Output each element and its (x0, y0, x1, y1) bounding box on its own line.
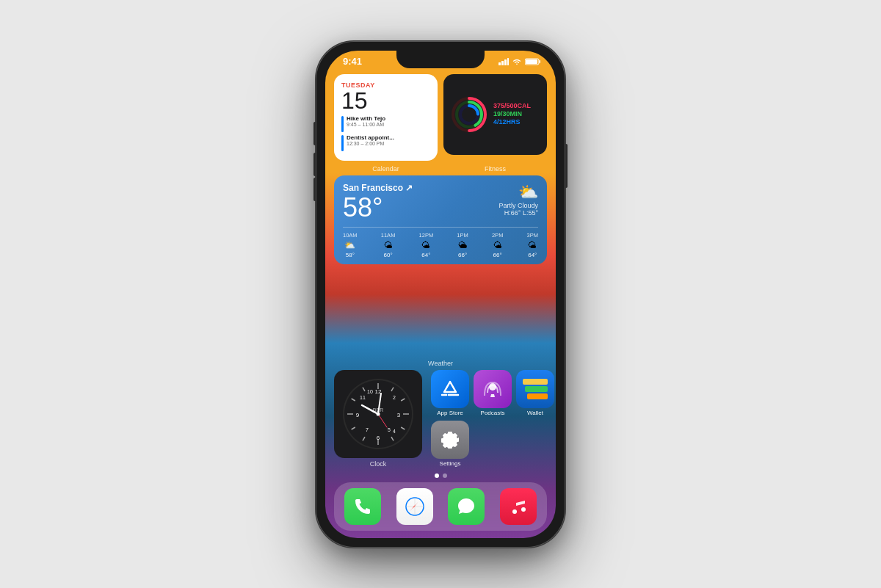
weather-temp: 58° (343, 195, 383, 221)
hour-4-time: 2PM (492, 232, 503, 239)
hour-3-temp: 66° (458, 252, 467, 258)
clock-face: 12 3 6 9 2 5 7 11 10 4 BER (341, 377, 415, 451)
fitness-stats: 375/500CAL 19/30MIN 4/12HRS (493, 102, 540, 126)
dock-icon-music-wrapper (500, 488, 537, 525)
hour-5-temp: 64° (528, 252, 537, 258)
phone-outer: 9:41 (316, 41, 565, 548)
dock (334, 482, 547, 531)
notch (396, 51, 485, 68)
hour-5-time: 3PM (527, 232, 538, 239)
svg-text:4: 4 (393, 429, 396, 434)
fitness-label: Fitness (443, 165, 547, 173)
status-time: 9:41 (343, 56, 362, 67)
event-1-time: 9:45 – 11:00 AM (347, 122, 430, 127)
hour-5-icon: 🌤 (528, 240, 537, 250)
app-icon-podcasts[interactable] (474, 370, 512, 408)
weather-label: Weather (334, 360, 547, 367)
fitness-widget-wrapper: 375/500CAL 19/30MIN 4/12HRS Fi (443, 74, 547, 161)
svg-point-47 (512, 509, 517, 514)
app-label-wallet: Wallet (527, 410, 543, 416)
event-1-info: Hike with Tejo 9:45 – 11:00 AM (347, 115, 430, 127)
svg-rect-0 (498, 62, 501, 65)
wifi-icon (512, 58, 522, 65)
calendar-widget-wrapper: TUESDAY 15 Hike with Tejo 9:45 – 11:00 A… (334, 74, 438, 161)
hour-1-time: 11AM (381, 232, 396, 239)
activity-rings (451, 96, 487, 133)
dot-1[interactable] (435, 473, 439, 478)
page-dots (334, 473, 547, 478)
svg-text:6: 6 (377, 435, 380, 441)
svg-rect-3 (507, 58, 509, 65)
hour-1-icon: 🌤 (384, 240, 393, 250)
svg-rect-2 (504, 59, 507, 65)
clock-label: Clock (370, 460, 387, 468)
app-icon-appstore[interactable] (431, 370, 469, 408)
hour-3-icon: 🌥 (458, 240, 467, 250)
dock-icon-phone-wrapper (344, 488, 381, 525)
wallet-card-3 (527, 393, 548, 399)
widget-row-1: TUESDAY 15 Hike with Tejo 9:45 – 11:00 A… (334, 74, 547, 161)
dock-icon-safari[interactable] (396, 488, 433, 525)
calendar-date: 15 (341, 89, 430, 112)
svg-text:10: 10 (367, 389, 373, 394)
svg-rect-1 (501, 61, 504, 65)
fitness-hrs: 4/12HRS (493, 118, 540, 126)
event-1-bar (341, 116, 344, 132)
podcasts-icon-svg (482, 378, 504, 400)
fitness-widget[interactable]: 375/500CAL 19/30MIN 4/12HRS (443, 74, 547, 155)
app-icon-podcasts-wrapper: Podcasts (474, 370, 512, 416)
fitness-min: 19/30MIN (493, 110, 540, 117)
clock-widget[interactable]: 12 3 6 9 2 5 7 11 10 4 BER (334, 370, 422, 458)
dock-icon-safari-wrapper (396, 488, 433, 525)
weather-widget-wrapper: San Francisco ↗ 58° ⛅ Partly Cloudy H:66… (334, 175, 547, 355)
weather-right: ⛅ Partly Cloudy H:66° L:55° (498, 183, 538, 217)
hour-1-temp: 60° (384, 252, 393, 258)
gear-icon (438, 428, 462, 451)
fitness-rings-row: 375/500CAL 19/30MIN 4/12HRS (451, 96, 540, 133)
svg-text:2: 2 (393, 395, 396, 400)
wallet-card-1 (523, 379, 548, 385)
app-icon-wallet[interactable] (516, 370, 554, 408)
messages-icon-svg (456, 496, 476, 517)
hour-0-icon: ⛅ (344, 240, 355, 250)
hour-3-time: 1PM (457, 232, 468, 239)
weather-hilo: H:66° L:55° (498, 209, 538, 217)
app-icon-settings[interactable] (431, 421, 469, 459)
event-2-bar (341, 135, 344, 151)
svg-rect-6 (526, 59, 537, 64)
calendar-label: Calendar (334, 165, 438, 173)
hour-2-time: 12PM (419, 232, 434, 239)
event-2-info: Dentist appoint... 12:30 – 2:00 PM (347, 134, 430, 146)
weather-hour-4: 2PM 🌤 66° (492, 232, 503, 258)
dock-icon-phone[interactable] (344, 488, 381, 525)
dock-icon-messages[interactable] (448, 488, 485, 525)
weather-hour-0: 10AM ⛅ 58° (343, 232, 358, 258)
svg-point-41 (377, 412, 380, 415)
clock-app-row: 12 3 6 9 2 5 7 11 10 4 BER (334, 370, 547, 468)
battery-icon (525, 58, 541, 65)
svg-text:11: 11 (360, 395, 366, 400)
hour-0-time: 10AM (343, 232, 358, 239)
calendar-event-1: Hike with Tejo 9:45 – 11:00 AM (341, 115, 430, 132)
app-grid: App Store Podcasts (431, 370, 554, 467)
weather-widget[interactable]: San Francisco ↗ 58° ⛅ Partly Cloudy H:66… (334, 175, 547, 264)
fitness-cal: 375/500CAL (493, 102, 540, 109)
music-icon-svg (508, 496, 529, 517)
dock-icon-music[interactable] (500, 488, 537, 525)
weather-hourly: 10AM ⛅ 58° 11AM 🌤 60° 12PM 🌤 64° (343, 227, 538, 258)
app-icon-appstore-wrapper: App Store (431, 370, 469, 416)
clock-section: 12 3 6 9 2 5 7 11 10 4 BER (334, 370, 422, 468)
svg-text:5: 5 (388, 427, 391, 432)
svg-rect-5 (540, 60, 541, 63)
weather-hour-3: 1PM 🌥 66° (457, 232, 468, 258)
appstore-icon-svg (438, 377, 462, 401)
calendar-widget[interactable]: TUESDAY 15 Hike with Tejo 9:45 – 11:00 A… (334, 74, 438, 161)
app-icon-settings-wrapper: Settings (431, 421, 469, 467)
hour-0-temp: 58° (346, 252, 355, 258)
phone-screen: 9:41 (325, 51, 556, 538)
app-label-podcasts: Podcasts (481, 410, 505, 416)
dot-2[interactable] (443, 473, 447, 478)
svg-point-48 (521, 507, 526, 512)
safari-icon-svg (404, 496, 426, 518)
svg-text:3: 3 (397, 412, 401, 418)
